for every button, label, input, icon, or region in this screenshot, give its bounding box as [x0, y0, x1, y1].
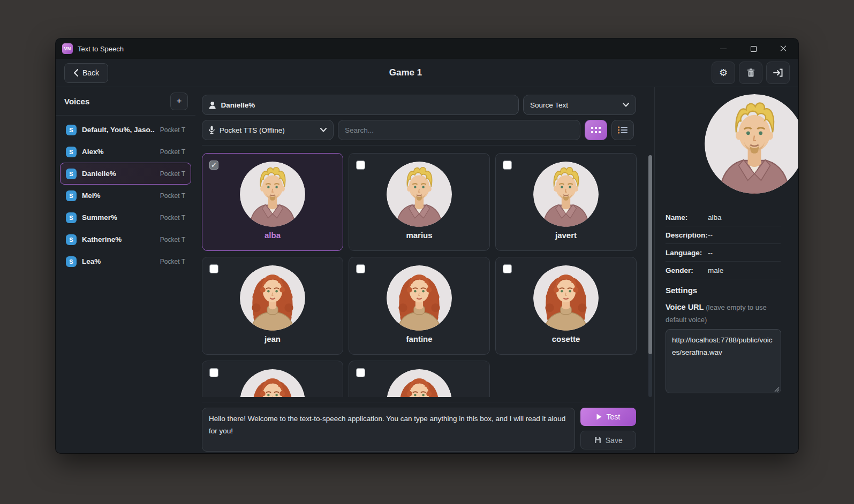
- close-icon: [780, 45, 787, 52]
- avatar-male: [387, 162, 452, 227]
- avatar-male: [533, 162, 599, 227]
- voice-card-cosette[interactable]: cosette: [495, 257, 637, 355]
- voice-engine: Pocket T: [160, 192, 185, 200]
- page-title: Game 1: [56, 67, 755, 78]
- voice-name: Mei%: [82, 192, 101, 200]
- voice-engine: Pocket T: [160, 258, 185, 265]
- avatar-female: [387, 265, 452, 331]
- voice-engine: Pocket T: [160, 170, 185, 178]
- voice-type-badge: S: [66, 234, 77, 245]
- minimize-icon: [720, 49, 727, 49]
- voice-engine: Pocket T: [160, 214, 185, 222]
- back-button[interactable]: Back: [64, 63, 108, 83]
- voice-checkbox[interactable]: [209, 368, 218, 377]
- sidebar-item-lea[interactable]: S Lea% Pocket T: [60, 250, 191, 272]
- voice-card-name: marius: [406, 231, 432, 240]
- source-text-value: Source Text: [530, 101, 568, 109]
- voice-engine: Pocket T: [160, 236, 185, 243]
- minimize-button[interactable]: [708, 39, 738, 59]
- voice-checkbox[interactable]: [356, 161, 365, 170]
- voice-card-alba[interactable]: ✓ alba: [202, 153, 343, 251]
- search-field[interactable]: [338, 120, 580, 140]
- exit-button[interactable]: [766, 62, 790, 84]
- voice-checkbox[interactable]: [209, 264, 218, 273]
- source-text-select[interactable]: Source Text: [523, 95, 636, 115]
- chevron-left-icon: [73, 69, 78, 77]
- detail-avatar-male: [705, 94, 798, 194]
- sidebar-title: Voices: [64, 97, 89, 106]
- field-value: male: [708, 266, 723, 274]
- grid-view-button[interactable]: [585, 120, 607, 140]
- voice-engine: Pocket T: [160, 126, 185, 134]
- voice-card-partial[interactable]: [349, 361, 490, 397]
- sidebar-item-mei[interactable]: S Mei% Pocket T: [60, 185, 191, 207]
- sign-out-icon: [773, 68, 783, 77]
- field-value: alba: [708, 213, 722, 222]
- voice-card-name: cosette: [552, 334, 580, 343]
- test-label: Test: [606, 413, 620, 421]
- sidebar-item-danielle[interactable]: S Danielle% Pocket T: [60, 163, 191, 185]
- add-voice-button[interactable]: +: [170, 93, 188, 110]
- voice-checkbox[interactable]: [503, 161, 512, 170]
- speech-text-input[interactable]: Hello there! Welcome to the text-to-spee…: [202, 408, 575, 452]
- sidebar-item-alex[interactable]: S Alex% Pocket T: [60, 141, 191, 163]
- voice-type-badge: S: [66, 190, 77, 201]
- sidebar-item-default[interactable]: S Default, You%, Jaso... Pocket T: [60, 119, 191, 141]
- voice-card-partial[interactable]: [202, 361, 343, 397]
- settings-button[interactable]: ⚙: [712, 62, 735, 84]
- voice-checkbox[interactable]: [356, 264, 365, 273]
- voice-name: Default, You%, Jaso...: [82, 126, 155, 134]
- delete-button[interactable]: [739, 62, 762, 84]
- voice-checkbox[interactable]: [356, 368, 365, 377]
- voice-name: Alex%: [82, 148, 104, 156]
- toolbar-divider: [202, 145, 636, 146]
- field-label: Gender:: [666, 266, 708, 274]
- save-button[interactable]: Save: [580, 431, 636, 449]
- sidebar-item-summer[interactable]: S Summer% Pocket T: [60, 207, 191, 228]
- avatar-female: [533, 265, 599, 331]
- save-icon: [594, 437, 601, 444]
- voice-list: S Default, You%, Jaso... Pocket T S Alex…: [56, 116, 195, 276]
- field-label: Name:: [666, 213, 708, 222]
- voice-card-marius[interactable]: marius: [349, 153, 490, 251]
- trash-icon: [747, 68, 755, 78]
- sidebar-item-katherine[interactable]: S Katherine% Pocket T: [60, 228, 191, 250]
- back-label: Back: [82, 68, 99, 77]
- list-view-button[interactable]: [611, 120, 634, 140]
- voice-type-badge: S: [66, 256, 77, 267]
- engine-select[interactable]: Pocket TTS (Offline): [202, 120, 334, 140]
- field-value: --: [708, 231, 713, 239]
- field-label: Description:: [666, 231, 708, 239]
- voice-name: Summer%: [82, 213, 117, 222]
- save-label: Save: [606, 436, 623, 445]
- voice-card-fantine[interactable]: fantine: [349, 257, 490, 355]
- voice-engine: Pocket T: [160, 148, 185, 156]
- voice-checkbox[interactable]: [503, 264, 512, 273]
- grid-scrollbar[interactable]: [648, 155, 652, 397]
- close-button[interactable]: [768, 39, 798, 59]
- microphone-icon: [209, 126, 215, 134]
- voice-card-name: javert: [555, 231, 577, 240]
- app-icon: VN: [62, 43, 73, 54]
- chevron-down-icon: [623, 103, 629, 107]
- main-panel: Source Text Pocket TTS (Offline): [195, 87, 654, 453]
- grid-icon: [591, 127, 601, 134]
- voice-name-input[interactable]: [221, 101, 512, 109]
- header: Game 1 Back ⚙: [56, 59, 798, 87]
- voice-detail-panel: Name: alba Description: -- Language: -- …: [654, 87, 798, 453]
- voice-name-field[interactable]: [202, 95, 519, 115]
- detail-row-name: Name: alba: [666, 209, 781, 226]
- maximize-button[interactable]: [738, 39, 768, 59]
- voice-card-javert[interactable]: javert: [495, 153, 637, 251]
- voice-url-input[interactable]: http://localhost:7788/public/voices/sera…: [666, 329, 781, 393]
- field-label: Language:: [666, 249, 708, 257]
- voice-checkbox-checked[interactable]: ✓: [209, 161, 218, 170]
- search-input[interactable]: [345, 126, 573, 134]
- test-button[interactable]: Test: [580, 408, 636, 426]
- voice-card-jean[interactable]: jean: [202, 257, 343, 355]
- voice-name: Danielle%: [82, 170, 116, 178]
- voice-card-name: fantine: [406, 334, 432, 343]
- voice-name: Katherine%: [82, 235, 122, 243]
- grid-scrollbar-thumb[interactable]: [648, 155, 652, 354]
- voice-card-name: alba: [264, 231, 281, 240]
